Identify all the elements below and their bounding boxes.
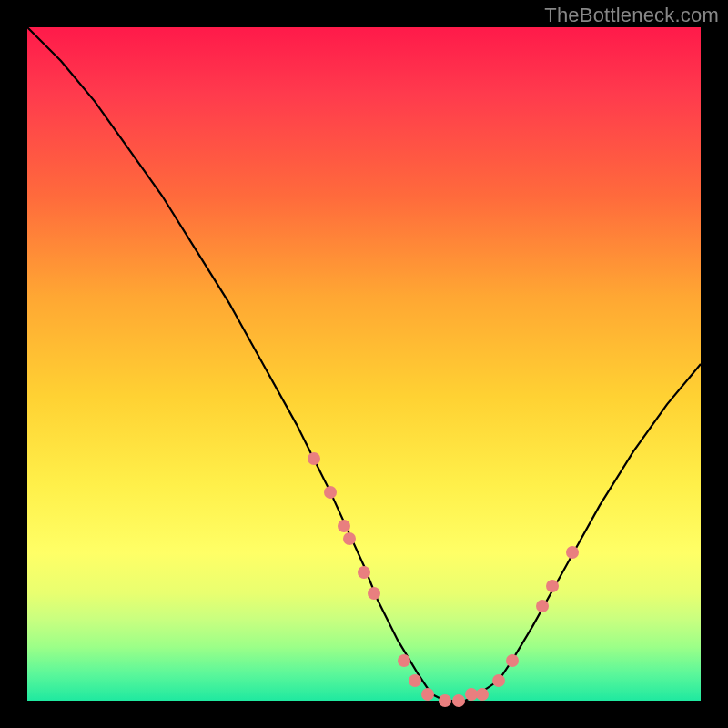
- data-marker: [398, 654, 410, 667]
- data-marker: [308, 452, 320, 465]
- data-marker: [476, 688, 489, 701]
- data-marker: [338, 520, 350, 532]
- data-marker: [439, 694, 451, 707]
- data-marker: [343, 532, 356, 545]
- data-marker: [358, 566, 370, 579]
- data-marker: [492, 674, 505, 687]
- data-marker: [506, 654, 519, 667]
- watermark-text: TheBottleneck.com: [544, 4, 719, 27]
- data-marker: [452, 694, 465, 707]
- data-marker: [421, 688, 434, 701]
- curve-path: [27, 27, 701, 701]
- plot-area: [27, 27, 701, 701]
- data-marker: [368, 587, 380, 600]
- bottleneck-curve: [27, 27, 701, 701]
- data-marker: [546, 580, 559, 592]
- data-marker: [536, 600, 549, 612]
- data-marker: [566, 546, 579, 559]
- chart-stage: TheBottleneck.com: [0, 0, 728, 728]
- data-marker: [324, 486, 337, 499]
- data-marker: [409, 674, 421, 687]
